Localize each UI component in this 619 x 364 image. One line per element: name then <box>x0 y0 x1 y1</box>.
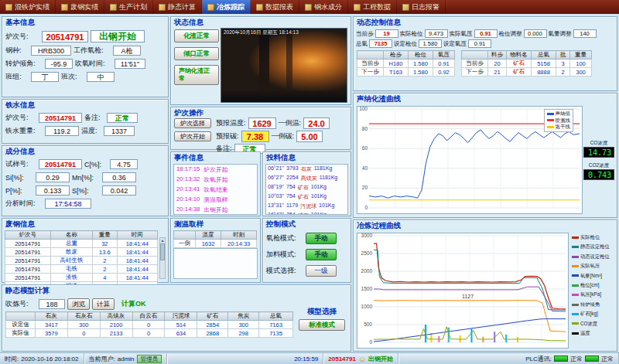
heat-start-button[interactable]: 炉次开始 <box>174 131 211 141</box>
scrap-header-cell: 名称 <box>50 231 92 240</box>
scrap-weight: 2 <box>93 265 117 274</box>
calc-button[interactable]: 计算 <box>92 298 115 310</box>
composition-panel: 成分信息 试样号: 20514791 C[%]: 4.75 Si[%]: 0.2… <box>2 145 169 216</box>
menu-item[interactable]: 废钢实绩 <box>56 0 104 14</box>
scrap-weight: 13.6 <box>93 248 117 257</box>
legend-entry: 枪位[cm] <box>572 281 610 290</box>
event-row[interactable]: 20:13:32 吹氧开始 <box>174 175 257 185</box>
plc-indicator-1 <box>554 355 568 362</box>
model-mode-button[interactable]: 标准模式 <box>299 319 345 331</box>
blow-no-label: 吹炼号: <box>5 299 36 309</box>
camera-structure <box>221 90 347 102</box>
event-row[interactable]: 20:14:38 出钢开始 <box>174 205 257 215</box>
calc-status: 计算OK <box>121 299 146 309</box>
lance-mode-button[interactable]: 手动 <box>306 233 337 244</box>
scroll-up-icon[interactable]: ▲ <box>161 238 165 243</box>
scrap-header-cell: 时间 <box>117 231 157 240</box>
charging-row[interactable]: 06°27'' 2254 高镁灰 1181Kg <box>266 174 347 183</box>
charging-row[interactable]: 16°42'' 754 矿石 101Kg <box>266 211 347 215</box>
scrap-row[interactable]: 20514791 毛铁 2 18:41:44 <box>5 265 158 274</box>
scrap-time: 18:41:44 <box>117 274 157 282</box>
menu-item[interactable]: 生产计划 <box>104 0 153 14</box>
slag-status-button[interactable]: 化渣正常 <box>174 29 219 43</box>
menu-item[interactable]: 工程数据 <box>348 0 397 14</box>
tap-status-button[interactable]: 倾口正常 <box>174 47 219 60</box>
dyn-label: 设定氧压 <box>443 40 467 48</box>
menu-item-icon <box>402 4 409 11</box>
scrap-row[interactable]: 20514791 渣铁 4 18:41:44 <box>5 274 158 282</box>
iron-weight-label: 铁水重量: <box>5 126 43 136</box>
turndown-temp-label: 一倒温: <box>279 118 302 128</box>
heat-select-button[interactable]: 炉次选择 <box>174 118 211 128</box>
dynamic-control-title: 动态控制信息 <box>354 17 617 29</box>
scrap-row[interactable]: 20514791 总重 32 18:41:44 <box>5 240 158 248</box>
feed-mode-button[interactable]: 手动 <box>306 249 337 260</box>
steel-grade-label: 钢种: <box>5 46 29 56</box>
menu-item-icon <box>256 4 263 11</box>
event-row[interactable]: 20:13:41 吹氧结束 <box>174 185 257 195</box>
process-chart-title: 冶炼过程曲线 <box>354 220 617 232</box>
sampling-filler <box>173 248 258 279</box>
scrap-row[interactable]: 20514791 散废 13.6 18:41:44 <box>5 248 158 257</box>
model-header-row: 石灰石灰石高镁灰白云石污泥球矿石焦炭总氧 <box>6 312 293 321</box>
charging-row[interactable]: 06°21'' 3793 石灰 1181Kg <box>266 165 347 174</box>
model-header-cell <box>6 312 36 321</box>
menu-item[interactable]: 日志报警 <box>397 0 446 14</box>
legend-entry: 矿石[kg] <box>572 309 610 318</box>
charging-row[interactable]: 10°03'' 754 矿石 101Kg <box>266 192 347 202</box>
menu-item-icon <box>61 4 68 11</box>
lance-body: 当前步 H180 1.580 0.91 下一步 T163 1.580 0.92 <box>357 60 455 77</box>
legend-entry: 喷溅线 <box>547 117 571 124</box>
mode-select-button[interactable]: 一级 <box>306 265 337 277</box>
scrap-name: 渣铁 <box>50 274 92 282</box>
time-value: 2020-10-16 20:18:02 <box>21 355 78 362</box>
charging-material: 矿石 <box>298 212 309 215</box>
dyn-value: 1.580 <box>419 39 442 48</box>
legend-entry: 实际氧压 <box>572 261 610 270</box>
legend-entry: 氧量[Nm³] <box>572 271 610 281</box>
charging-code: 754 <box>286 184 296 192</box>
mode-select-label: 模式选择: <box>266 266 303 276</box>
menu-item[interactable]: 冶炼跟踪 <box>202 0 251 14</box>
process-chart: 0500100015002000250030001127 <box>357 233 569 349</box>
sonar-status-button[interactable]: 声纳化渣正常 <box>174 65 219 85</box>
menu-item[interactable]: 钢水成分 <box>299 0 348 14</box>
camera-timestamp: 2020年10月16日 星期五 18:14:13 <box>224 29 299 36</box>
scrap-row[interactable]: 20514791 高硅生铁 2 18:41:44 <box>5 257 158 265</box>
statusbar-heat-no: 20514791 <box>328 355 356 362</box>
charging-row[interactable]: 13°31'' 1179 污泥球 101Kg <box>266 202 347 211</box>
event-row[interactable]: 18:17:15 炉次开始 <box>174 165 257 175</box>
scroll-thumb[interactable] <box>160 243 165 260</box>
legend-swatch-icon <box>547 126 554 128</box>
model-header-cell: 高镁灰 <box>100 312 132 321</box>
menu-item-label: 混铁炉实绩 <box>15 2 50 12</box>
sampling-row[interactable]: 一倒 1632 20:14:33 <box>174 240 257 248</box>
blow-no-value: 188 <box>39 299 65 309</box>
model-header-cell: 矿石 <box>197 312 228 321</box>
scrap-name: 高硅生铁 <box>50 257 92 265</box>
event-name: 测温取样 <box>203 196 227 204</box>
dyn-label: 设定枪位 <box>394 40 417 48</box>
turndown-c-label: 一倒碳: <box>272 131 295 141</box>
control-mode-title: 控制模式 <box>263 219 351 230</box>
event-row[interactable]: 20:14:10 测温取样 <box>174 195 257 205</box>
analysis-time-label: 分析时间: <box>5 199 43 209</box>
scrap-table: 炉次号名称重量时间 20514791 总重 32 18:41:44 205147… <box>5 230 158 291</box>
scrap-header-cell: 炉次号 <box>5 231 51 240</box>
menu-item[interactable]: 混铁炉实绩 <box>0 0 56 14</box>
scrap-heat: 20514791 <box>5 274 51 282</box>
menu-item-icon <box>159 4 166 11</box>
scrap-weight: 4 <box>93 274 117 282</box>
browse-button[interactable]: 浏览 <box>67 298 90 310</box>
menu-item[interactable]: 数据报表 <box>251 0 299 14</box>
charging-row[interactable]: 08°19'' 754 矿石 101Kg <box>266 183 347 192</box>
menu-item[interactable]: 静态计算 <box>153 0 202 14</box>
scrap-scrollbar[interactable]: ▲ <box>159 237 166 279</box>
charging-code: 2254 <box>286 175 299 182</box>
scrap-weight: 32 <box>93 240 117 248</box>
iron-temp-label: 温度: <box>81 126 101 136</box>
control-mode-panel: 控制模式 氧枪模式: 手动 加料模式: 手动 模式选择: 一级 <box>262 218 351 283</box>
turndown-temp-value: 24.0 <box>303 117 330 129</box>
scrap-time: 18:41:44 <box>117 265 157 274</box>
gas-readout: CO2浓度 0.743 <box>583 162 614 180</box>
